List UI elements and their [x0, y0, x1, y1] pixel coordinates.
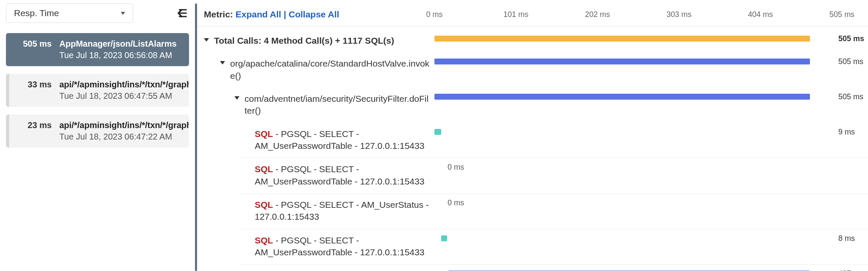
- method-call-label: com/adventnet/iam/security/SecurityFilte…: [245, 93, 430, 117]
- duration-label: 8 ms: [834, 235, 868, 241]
- timeline-tick: 101 ms: [504, 10, 529, 19]
- trace-row: SQL - PGSQL - SELECT - AM_UserPasswordTa…: [197, 123, 868, 158]
- expand-caret-icon[interactable]: [234, 96, 239, 100]
- collapse-all-link[interactable]: Collapse All: [289, 9, 339, 19]
- pipe-separator: |: [281, 9, 289, 19]
- trace-bar-cell: 505 ms: [434, 58, 868, 64]
- trace-row: SQL - PGSQL - SELECT - AM_UserPasswordTa…: [197, 229, 868, 265]
- duration-bar: [434, 129, 441, 135]
- sql-tag: SQL: [255, 235, 273, 245]
- transaction-item[interactable]: 23 msapi/*/apminsight/ins/*/txn/*/graph/…: [6, 115, 189, 148]
- bar-track: [434, 36, 834, 42]
- duration-label: 0 ms: [448, 198, 464, 207]
- trace-label-cell: SQL - PGSQL - SELECT - AM_UserPasswordTa…: [197, 128, 434, 152]
- trace-label-cell: Total Calls: 4 Method Call(s) + 1117 SQL…: [197, 35, 434, 47]
- sql-call-label: SQL - PGSQL - SELECT - AM_UserPasswordTa…: [255, 128, 430, 152]
- method-call-label: org/apache/catalina/core/StandardHostVal…: [230, 58, 430, 82]
- accent-bar: [6, 74, 9, 107]
- bar-track: [434, 59, 834, 64]
- trace-total-row: Total Calls: 4 Method Call(s) + 1117 SQL…: [197, 30, 868, 53]
- timeline-tick: 0 ms: [426, 10, 442, 19]
- transaction-title: AppManager/json/ListAlarms: [59, 39, 182, 49]
- sidebar: Resp. Time 505 msAppManager/json/ListAla…: [0, 0, 195, 271]
- accent-bar: [6, 33, 9, 66]
- trace-label-cell: SQL - PGSQL - SELECT - AM_UserPasswordTa…: [197, 235, 434, 259]
- trace-label-cell: com/adventnet/iam/security/SecurityFilte…: [197, 93, 434, 117]
- duration-label: 505 ms: [834, 94, 868, 100]
- transaction-title: api/*/apminsight/ins/*/txn/*/graph/https…: [59, 80, 189, 89]
- transaction-timestamp: Tue Jul 18, 2023 06:56:08 AM: [59, 50, 182, 60]
- timeline-tick: 303 ms: [666, 10, 691, 19]
- timeline-tick: 404 ms: [748, 10, 773, 19]
- transaction-title: api/*/apminsight/ins/*/txn/*/graph/https…: [59, 120, 189, 130]
- duration-label: 505 ms: [834, 59, 868, 64]
- expand-caret-icon[interactable]: [220, 61, 225, 64]
- duration-label: 9 ms: [834, 129, 868, 135]
- timeline-tick: 202 ms: [585, 10, 610, 19]
- transaction-timestamp: Tue Jul 18, 2023 06:47:22 AM: [59, 132, 189, 142]
- trace-label-cell: SQL - PGSQL - SELECT - AM_UserStatus - 1…: [197, 199, 434, 223]
- duration-label: 0 ms: [448, 163, 464, 172]
- trace-row: SQL - PGSQL - SELECT - AM_UserStatus - 1…: [197, 194, 868, 229]
- trace-bar-cell: 505 ms: [434, 93, 868, 100]
- timeline-ticks: 0 ms101 ms202 ms303 ms404 ms505 ms: [434, 3, 868, 26]
- trace-label-cell: SQL - PGSQL - SELECT - AM_UserPasswordTa…: [197, 163, 434, 187]
- metric-controls: Metric: Expand All | Collapse All: [197, 9, 434, 20]
- collapse-left-icon: [174, 6, 187, 20]
- duration-bar: [434, 94, 810, 100]
- sql-call-label: SQL - PGSQL - SELECT - AM_UserPasswordTa…: [255, 235, 430, 259]
- trace-bar-cell: 8 ms: [434, 235, 868, 241]
- bar-track: [434, 94, 834, 100]
- sql-tag: SQL: [255, 164, 273, 174]
- trace-bar-cell: 505 ms: [434, 35, 868, 42]
- expand-caret-icon[interactable]: [204, 38, 209, 42]
- transaction-list: 505 msAppManager/json/ListAlarmsTue Jul …: [6, 33, 189, 148]
- transaction-item[interactable]: 33 msapi/*/apminsight/ins/*/txn/*/graph/…: [6, 74, 189, 107]
- timeline-header: Metric: Expand All | Collapse All 0 ms10…: [197, 3, 868, 26]
- sql-call-label: SQL - PGSQL - SELECT - AM_UserPasswordTa…: [255, 163, 430, 187]
- metric-label: Metric:: [204, 9, 233, 19]
- resp-time-value: 23 ms: [9, 115, 56, 148]
- resp-time-value: 505 ms: [9, 33, 56, 66]
- duration-bar: [434, 36, 810, 42]
- trace-bar-cell: 9 ms: [434, 128, 868, 135]
- trace-row: com/adventnet/appmanager/filter/AAMFilte…: [197, 265, 868, 271]
- trace-row: org/apache/catalina/core/StandardHostVal…: [197, 53, 868, 88]
- trace-row: SQL - PGSQL - SELECT - AM_UserPasswordTa…: [197, 158, 868, 193]
- chevron-down-icon: [121, 12, 125, 15]
- metric-dropdown[interactable]: Resp. Time: [6, 3, 133, 23]
- method-call-label: Total Calls: 4 Method Call(s) + 1117 SQL…: [214, 35, 430, 47]
- accent-bar: [6, 115, 9, 148]
- sql-tag: SQL: [255, 129, 273, 139]
- transaction-item[interactable]: 505 msAppManager/json/ListAlarmsTue Jul …: [6, 33, 189, 66]
- duration-bar: [434, 59, 810, 64]
- sql-tag: SQL: [255, 200, 273, 210]
- resp-time-value: 33 ms: [9, 74, 56, 107]
- trace-bar-cell: 0 ms.: [434, 199, 868, 206]
- bar-track: [434, 129, 834, 135]
- trace-bar-cell: 0 ms.: [434, 163, 868, 170]
- duration-bar: [441, 235, 447, 241]
- sql-call-label: SQL - PGSQL - SELECT - AM_UserStatus - 1…: [255, 199, 430, 223]
- duration-label: 505 ms: [834, 36, 868, 42]
- bar-track: 0 ms: [434, 200, 834, 206]
- transaction-timestamp: Tue Jul 18, 2023 06:47:55 AM: [59, 91, 189, 101]
- bar-track: [434, 235, 834, 241]
- trace-row: com/adventnet/iam/security/SecurityFilte…: [197, 88, 868, 123]
- trace-body: Total Calls: 4 Method Call(s) + 1117 SQL…: [197, 26, 868, 271]
- metric-dropdown-label: Resp. Time: [14, 8, 59, 18]
- trace-label-cell: org/apache/catalina/core/StandardHostVal…: [197, 58, 434, 82]
- collapse-sidebar-button[interactable]: [172, 5, 189, 22]
- bar-track: 0 ms: [434, 164, 834, 170]
- expand-all-link[interactable]: Expand All: [236, 9, 281, 19]
- timeline-tick: 505 ms: [829, 10, 854, 19]
- trace-panel: Metric: Expand All | Collapse All 0 ms10…: [197, 0, 868, 271]
